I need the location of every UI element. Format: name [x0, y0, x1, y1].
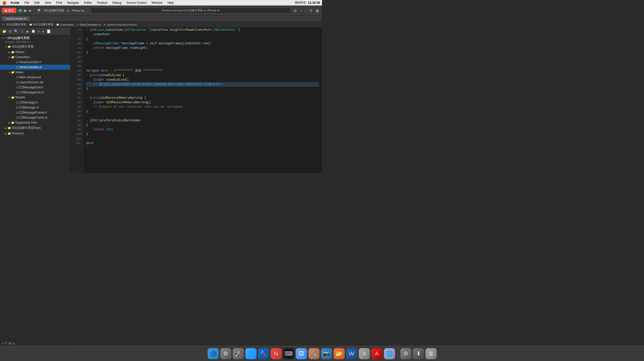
menu-edit[interactable]: Edit — [32, 0, 42, 6]
file-icon-breadcrumb: ⊡ — [2, 23, 4, 26]
grid-view-button[interactable]: ⊞ — [293, 8, 298, 13]
nav-list-button[interactable]: ≡ — [37, 29, 41, 34]
tree-czmessagecell-h[interactable]: ⊡ CZMessageCell.h — [0, 85, 70, 90]
tree-controllers[interactable]: ▼ 📁 Controllers — [0, 55, 70, 60]
breadcrumb: ⊡ 001QQ聊天界面 › 📁 001QQ聊天界面 › 📁 Controller… — [0, 22, 322, 28]
tree-viewcontroller-h[interactable]: ⊡ ViewController.h — [0, 60, 70, 65]
tree-models[interactable]: ▼ 📁 Models — [0, 95, 70, 100]
code-line: indexPath — [86, 32, 319, 37]
scheme-icon: 📦 — [37, 9, 41, 12]
code-line: } — [86, 109, 319, 114]
breadcrumb-project[interactable]: 001QQ聊天界面 — [6, 23, 26, 26]
m-file-icon: ⊡ — [77, 23, 79, 26]
menubar: 🍎 Xcode File Edit View Find Navigate Edi… — [0, 0, 322, 6]
tree-viewcontroller-m[interactable]: ⊡ ViewController.m — [0, 65, 70, 70]
code-line — [86, 64, 319, 68]
run-indicator[interactable] — [18, 9, 22, 12]
code-line: } — [86, 87, 319, 91]
tree-project-root[interactable]: ▼ ⊡ 001QQ聊天界面 2 targets, iOS SDK 8.1 — [0, 35, 70, 44]
code-line: - (CGFloat)tableView:(UITableView *)tabl… — [86, 28, 319, 32]
menu-help[interactable]: Help — [165, 0, 176, 6]
menu-find[interactable]: Find — [54, 0, 64, 6]
code-line: { — [86, 37, 319, 41]
nav-recent-button[interactable]: ⌚ — [30, 29, 36, 34]
toolbar: ⏹ 暂停 ▶ ■ 📦 001QQ聊天界面 ▶ iPhone 4s Finishe… — [0, 6, 322, 16]
nav-search-button[interactable]: 🔍 — [13, 29, 19, 34]
tree-main-group[interactable]: ▼ 📁 001QQ聊天界面 — [0, 44, 70, 50]
split-view-button[interactable]: ⧉ — [309, 8, 313, 13]
folder-icon: 📁 — [29, 23, 32, 26]
breadcrumb-controllers[interactable]: Controllers — [60, 23, 74, 26]
tree-others[interactable]: ▶ 📁 Others — [0, 50, 70, 55]
menu-navigate[interactable]: Navigate — [65, 0, 81, 6]
tree-czmessagecell-m[interactable]: ⊡ CZMessageCell.m — [0, 90, 70, 95]
nav-class-button[interactable]: ⊞ — [8, 29, 12, 34]
nav-bookmark-button[interactable]: ◆ — [25, 29, 29, 34]
nav-warning-button[interactable]: ⚠ — [20, 29, 24, 34]
tree-tests[interactable]: ▶ 📁 001QQ聊天界面Tests — [0, 125, 70, 131]
tree-launchscreen[interactable]: ⊡ LaunchScreen.xib — [0, 80, 70, 85]
method-icon: ⊖ — [104, 23, 106, 26]
tree-czmessageframe-h[interactable]: ⊡ CZMessageFrame.h — [0, 110, 70, 115]
code-line: } — [86, 50, 319, 55]
code-line: - (BOOL)prefersStatusBarHidden — [86, 118, 319, 123]
menu-view[interactable]: View — [43, 0, 53, 6]
line-numbers: 78 79 80 81 82 83 84 85 86 87 88 89 90 9… — [71, 28, 83, 173]
nav-breakpoint-button[interactable]: ● — [42, 29, 45, 34]
tree-main-storyboard[interactable]: ⊡ Main.storyboard — [0, 75, 70, 80]
menu-product[interactable]: Product — [95, 0, 109, 6]
code-line: return YES; — [86, 127, 319, 132]
file-tree: ▼ ⊡ 001QQ聊天界面 2 targets, iOS SDK 8.1 ▼ 📁… — [0, 35, 70, 136]
back-button[interactable]: ‹ — [299, 8, 303, 13]
code-editor[interactable]: 78 79 80 81 82 83 84 85 86 87 88 89 90 9… — [71, 28, 322, 173]
tree-views[interactable]: ▼ 📁 Views — [0, 70, 70, 75]
stop-button[interactable]: ⏹ 暂停 — [2, 8, 16, 13]
menu-debug[interactable]: Debug — [110, 0, 123, 6]
tree-products[interactable]: ▶ 📁 Products — [0, 131, 70, 136]
code-line — [86, 91, 319, 96]
code-line — [86, 114, 319, 118]
file-tab-viewcontroller[interactable]: ViewController.m — [2, 16, 29, 21]
breadcrumb-file[interactable]: ViewController.m — [80, 23, 101, 26]
nav-toolbar: 📁 ⊞ 🔍 ⚠ ◆ ⌚ ≡ ● 📄 — [0, 28, 70, 35]
code-line: } — [86, 132, 319, 136]
tree-supporting-files[interactable]: ▶ 📁 Supporting Files — [0, 120, 70, 125]
breadcrumb-method[interactable]: -prefersStatusBarHidden — [107, 23, 137, 26]
code-line — [86, 136, 319, 141]
menu-file[interactable]: File — [22, 0, 31, 6]
tree-czmessage-h[interactable]: ⊡ CZMessage.h — [0, 100, 70, 105]
menu-window[interactable]: Window — [150, 0, 165, 6]
code-line — [86, 55, 319, 59]
input-method: 搜狗拼音 — [295, 1, 306, 5]
main-area: 📁 ⊞ 🔍 ⚠ ◆ ⌚ ≡ ● 📄 ▼ ⊡ 001QQ聊天界面 2 target… — [0, 28, 322, 173]
breadcrumb-group[interactable]: 001QQ聊天界面 — [33, 23, 53, 26]
tree-czmessageframe-m[interactable]: ⊡ CZMessageFrame.m — [0, 115, 70, 120]
menu-editor[interactable]: Editor — [82, 0, 94, 6]
code-line: { — [86, 123, 319, 127]
run-button[interactable]: ▶ — [24, 8, 27, 13]
stop-btn[interactable]: ■ — [29, 9, 31, 13]
forward-button[interactable]: › — [304, 8, 307, 13]
clock: 11:16:36 — [308, 1, 320, 5]
code-line: return messageFrame.rowHeight; — [86, 46, 319, 50]
code-content[interactable]: - (CGFloat)tableView:(UITableView *)tabl… — [83, 28, 322, 173]
code-line: [super didReceiveMemoryWarning]; — [86, 100, 319, 105]
nav-folder-button[interactable]: 📁 — [2, 29, 7, 34]
apple-menu[interactable]: 🍎 — [2, 1, 6, 5]
tree-czmessage-m[interactable]: ⊡ CZMessage.m — [0, 105, 70, 110]
code-line: // Dispose of any resources that can be … — [86, 105, 319, 109]
code-line: #pragma mark - /********** 其他 **********… — [86, 68, 319, 73]
tab-bar: ViewController.m — [0, 16, 322, 22]
nav-report-button[interactable]: 📄 — [46, 29, 51, 34]
code-line: - (void)viewDidLoad { — [86, 73, 319, 78]
menu-source-control[interactable]: Source Control — [124, 0, 149, 6]
device-name: iPhone 4s — [72, 9, 84, 12]
status-bar: Finished running 001QQ聊天界面 on iPhone 4s — [91, 8, 291, 13]
folder-icon-2: 📁 — [56, 23, 59, 26]
code-line: - (void)didReceiveMemoryWarning { — [86, 96, 319, 100]
toolbar-separator — [34, 8, 34, 14]
toolbar-sep2 — [87, 8, 88, 14]
layout-button[interactable]: ▣ — [315, 8, 320, 13]
menu-xcode[interactable]: Xcode — [8, 0, 21, 6]
code-line — [86, 59, 319, 64]
